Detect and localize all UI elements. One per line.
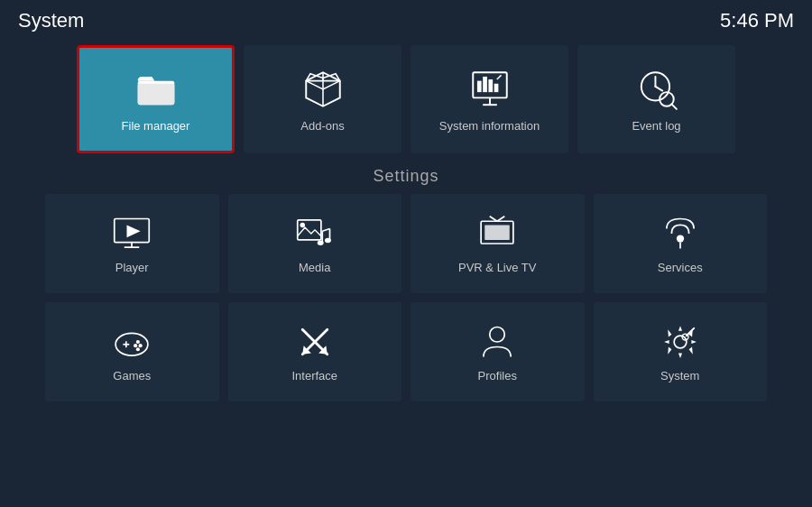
tile-player[interactable]: Player: [45, 194, 219, 293]
tile-interface[interactable]: Interface: [228, 302, 402, 401]
svg-rect-5: [476, 80, 481, 92]
settings-label: Settings: [0, 167, 812, 186]
tile-interface-label: Interface: [291, 369, 337, 383]
tile-file-manager[interactable]: File manager: [77, 45, 235, 153]
svg-marker-18: [127, 225, 141, 237]
svg-rect-7: [488, 79, 493, 92]
svg-point-24: [318, 240, 324, 245]
system-settings-icon: [660, 322, 700, 362]
svg-point-36: [134, 344, 137, 347]
tile-add-ons-label: Add-ons: [300, 119, 344, 133]
tile-media[interactable]: Media: [228, 194, 402, 293]
tile-event-log[interactable]: Event log: [577, 45, 735, 153]
tile-services[interactable]: Services: [594, 194, 768, 293]
services-icon: [660, 214, 700, 254]
svg-point-20: [300, 222, 305, 227]
tile-add-ons[interactable]: Add-ons: [244, 45, 401, 153]
header: System 5:46 PM: [0, 0, 812, 41]
profiles-icon: [477, 322, 517, 362]
tile-pvr-live-tv[interactable]: PVR & Live TV: [411, 194, 585, 293]
pvr-icon: [477, 214, 517, 254]
tile-system-information[interactable]: System information: [411, 45, 568, 153]
player-icon: [112, 214, 152, 254]
svg-point-25: [325, 237, 331, 243]
svg-line-23: [322, 228, 329, 231]
games-icon: [112, 322, 152, 362]
svg-rect-1: [137, 83, 174, 104]
clock: 5:46 PM: [720, 9, 794, 32]
svg-point-38: [136, 347, 140, 351]
event-log-icon: [634, 67, 679, 112]
tile-file-manager-label: File manager: [122, 119, 190, 133]
tile-pvr-live-tv-label: PVR & Live TV: [458, 261, 536, 274]
tile-player-label: Player: [115, 261, 149, 274]
tile-system-information-label: System information: [439, 119, 540, 133]
svg-rect-8: [494, 83, 498, 91]
svg-point-37: [139, 344, 143, 347]
box-icon: [300, 67, 346, 112]
svg-line-9: [496, 75, 501, 79]
svg-point-30: [677, 235, 684, 242]
tile-profiles-label: Profiles: [478, 369, 517, 383]
svg-rect-6: [483, 76, 487, 91]
settings-grid: Player Media PVR &: [45, 194, 767, 401]
system-info-icon: [467, 67, 512, 112]
interface-icon: [295, 322, 335, 362]
tile-profiles[interactable]: Profiles: [411, 302, 585, 401]
svg-point-32: [115, 333, 148, 355]
tile-services-label: Services: [658, 261, 703, 274]
svg-point-44: [674, 336, 687, 348]
tile-games[interactable]: Games: [45, 302, 219, 401]
top-row: File manager Add-ons: [45, 45, 767, 153]
tile-system[interactable]: System: [594, 302, 768, 401]
tile-games-label: Games: [113, 369, 151, 383]
tile-event-log-label: Event log: [632, 119, 680, 133]
svg-rect-29: [485, 225, 511, 240]
tile-media-label: Media: [299, 261, 330, 274]
tile-system-label: System: [660, 369, 699, 383]
svg-point-43: [490, 327, 505, 342]
page-title: System: [18, 9, 84, 32]
media-icon: [295, 214, 335, 254]
svg-point-35: [136, 339, 140, 343]
svg-line-12: [655, 86, 662, 90]
svg-line-14: [671, 104, 676, 108]
folder-icon: [134, 67, 179, 112]
